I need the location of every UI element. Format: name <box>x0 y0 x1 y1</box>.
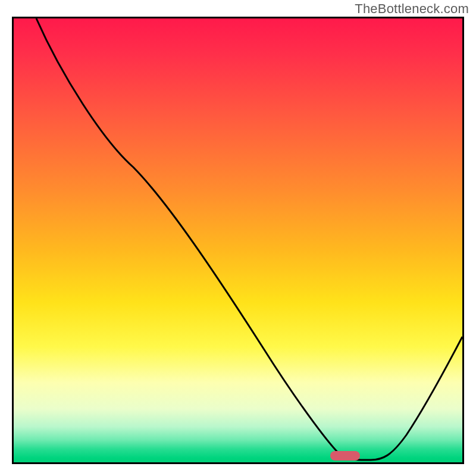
optimal-marker <box>330 451 360 461</box>
curve-path <box>36 18 462 460</box>
watermark-text: TheBottleneck.com <box>355 1 469 17</box>
chart-frame: TheBottleneck.com <box>0 0 476 476</box>
plot-area <box>12 17 464 464</box>
bottleneck-curve <box>14 18 462 462</box>
